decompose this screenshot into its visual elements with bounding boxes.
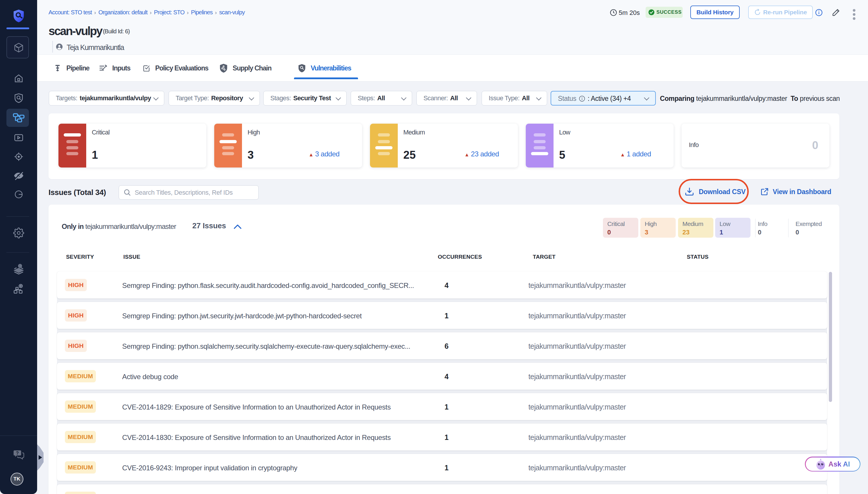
svg-text:?: ?	[16, 451, 19, 456]
